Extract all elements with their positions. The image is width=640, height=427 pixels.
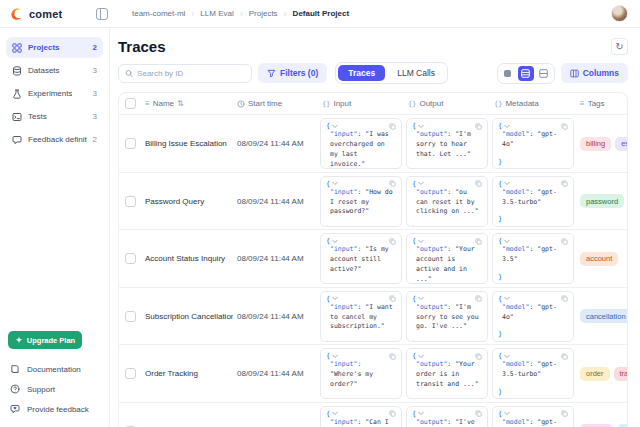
chevron-down-icon[interactable] xyxy=(418,181,424,186)
copy-icon[interactable] xyxy=(475,295,482,302)
chevron-down-icon[interactable] xyxy=(332,239,338,244)
chevron-down-icon[interactable] xyxy=(332,411,338,416)
output-json-cell[interactable]: { "output": "I've submitted your refund … xyxy=(406,406,488,427)
chevron-down-icon[interactable] xyxy=(504,296,510,301)
sidebar-item-provide-feedback[interactable]: Provide feedback xyxy=(6,399,103,419)
table-row[interactable]: Subscription Cancellation 08/09/24 11:44… xyxy=(119,288,628,346)
tag-pill[interactable]: cancellation xyxy=(580,309,628,323)
tag-pill[interactable]: password xyxy=(580,194,624,208)
copy-icon[interactable] xyxy=(475,123,482,130)
chevron-down-icon[interactable] xyxy=(504,354,510,359)
chevron-down-icon[interactable] xyxy=(418,239,424,244)
output-json-cell[interactable]: { "output": "I'm sorry to see you go. I'… xyxy=(406,291,488,342)
trace-name[interactable]: Account Status Inquiry xyxy=(141,254,233,263)
copy-icon[interactable] xyxy=(561,238,568,245)
copy-icon[interactable] xyxy=(389,295,396,302)
tag-pill[interactable]: billing xyxy=(580,137,611,151)
chevron-down-icon[interactable] xyxy=(504,411,510,416)
column-header-output[interactable]: {}Output xyxy=(404,99,490,108)
copy-icon[interactable] xyxy=(475,180,482,187)
copy-icon[interactable] xyxy=(561,295,568,302)
table-row[interactable]: Billing Issue Escalation 08/09/24 11:44 … xyxy=(119,115,628,173)
copy-icon[interactable] xyxy=(561,353,568,360)
density-default-button[interactable] xyxy=(518,66,534,81)
metadata-json-cell[interactable]: { "model": "gpt-3.5-turbo" } xyxy=(492,348,574,399)
input-json-cell[interactable]: { "input": "Where's my order?" } xyxy=(320,348,402,399)
sidebar-toggle-icon[interactable] xyxy=(96,8,108,20)
row-checkbox[interactable] xyxy=(125,196,136,207)
column-header-start-time[interactable]: Start time xyxy=(233,99,318,108)
output-json-cell[interactable]: { "output": "I'm sorry to hear that. Let… xyxy=(406,118,488,169)
input-json-cell[interactable]: { "input": "How do I reset my password?"… xyxy=(320,176,402,227)
sidebar-item-feedback-definitions[interactable]: Feedback definitions 2 xyxy=(6,129,103,150)
column-header-name[interactable]: ≡Name⇅ xyxy=(141,99,233,108)
copy-icon[interactable] xyxy=(561,123,568,130)
row-checkbox[interactable] xyxy=(125,253,136,264)
tab-llm-calls[interactable]: LLM Calls xyxy=(387,65,445,81)
search-box[interactable] xyxy=(118,64,252,83)
output-json-cell[interactable]: { "output": "ou can reset it by clicking… xyxy=(406,176,488,227)
chevron-down-icon[interactable] xyxy=(504,239,510,244)
metadata-json-cell[interactable]: { "model": "gpt-4o" } xyxy=(492,118,574,169)
comet-logo[interactable]: comet xyxy=(10,7,80,21)
columns-button[interactable]: Columns xyxy=(561,63,628,83)
chevron-down-icon[interactable] xyxy=(418,124,424,129)
input-json-cell[interactable]: { "input": "I was overcharged on my last… xyxy=(320,118,402,169)
copy-icon[interactable] xyxy=(561,410,568,417)
input-json-cell[interactable]: { "input": "I want to cancel my subscrip… xyxy=(320,291,402,342)
chevron-down-icon[interactable] xyxy=(332,354,338,359)
copy-icon[interactable] xyxy=(389,238,396,245)
copy-icon[interactable] xyxy=(475,238,482,245)
output-json-cell[interactable]: { "output": "Your account is active and … xyxy=(406,233,488,284)
metadata-json-cell[interactable]: { "model": "gpt-4o" } xyxy=(492,291,574,342)
copy-icon[interactable] xyxy=(561,180,568,187)
breadcrumb-item[interactable]: Projects xyxy=(249,9,278,18)
chevron-down-icon[interactable] xyxy=(332,124,338,129)
density-compact-button[interactable] xyxy=(500,66,516,81)
sidebar-item-support[interactable]: Support xyxy=(6,379,103,399)
tag-pill[interactable]: order xyxy=(580,367,610,381)
tag-pill[interactable]: escalation xyxy=(615,137,628,151)
chevron-down-icon[interactable] xyxy=(418,411,424,416)
row-checkbox[interactable] xyxy=(125,311,136,322)
sidebar-item-datasets[interactable]: Datasets 3 xyxy=(6,60,103,81)
sidebar-item-documentation[interactable]: Documentation xyxy=(6,359,103,379)
copy-icon[interactable] xyxy=(389,353,396,360)
input-json-cell[interactable]: { "input": "Can I get a refund for my la… xyxy=(320,406,402,427)
upgrade-plan-button[interactable]: Upgrade Plan xyxy=(8,331,82,349)
table-row[interactable]: Password Query 08/09/24 11:44 AM { "inpu… xyxy=(119,173,628,231)
chevron-down-icon[interactable] xyxy=(332,296,338,301)
column-header-metadata[interactable]: {}Metadata xyxy=(490,99,576,108)
search-input[interactable] xyxy=(137,69,245,78)
row-checkbox[interactable] xyxy=(125,138,136,149)
chevron-down-icon[interactable] xyxy=(418,354,424,359)
sidebar-item-projects[interactable]: Projects 2 xyxy=(6,37,103,58)
breadcrumb-item[interactable]: team-comet-ml xyxy=(132,9,185,18)
density-expanded-button[interactable] xyxy=(536,66,552,81)
table-row[interactable]: Account Status Inquiry 08/09/24 11:44 AM… xyxy=(119,230,628,288)
user-avatar[interactable] xyxy=(611,5,628,22)
sidebar-item-experiments[interactable]: Experiments 3 xyxy=(6,83,103,104)
metadata-json-cell[interactable]: { "model": "gpt-3.5" } xyxy=(492,406,574,427)
copy-icon[interactable] xyxy=(389,180,396,187)
sort-icon[interactable]: ⇅ xyxy=(177,99,184,108)
tag-pill[interactable]: tracking xyxy=(614,367,628,381)
chevron-down-icon[interactable] xyxy=(504,181,510,186)
table-row[interactable]: Order Tracking 08/09/24 11:44 AM { "inpu… xyxy=(119,345,628,403)
tab-traces[interactable]: Traces xyxy=(338,65,385,81)
trace-name[interactable]: Order Tracking xyxy=(141,369,233,378)
copy-icon[interactable] xyxy=(475,353,482,360)
metadata-json-cell[interactable]: { "model": "gpt-3.5-turbo" } xyxy=(492,176,574,227)
trace-name[interactable]: Billing Issue Escalation xyxy=(141,139,233,148)
refresh-button[interactable]: ↻ xyxy=(611,38,628,55)
input-json-cell[interactable]: { "input": "Is my account still active?"… xyxy=(320,233,402,284)
select-all-checkbox[interactable] xyxy=(125,98,136,109)
row-checkbox[interactable] xyxy=(125,368,136,379)
chevron-down-icon[interactable] xyxy=(504,124,510,129)
output-json-cell[interactable]: { "output": "Your order is in transit an… xyxy=(406,348,488,399)
copy-icon[interactable] xyxy=(389,123,396,130)
trace-name[interactable]: Password Query xyxy=(141,197,233,206)
filters-button[interactable]: Filters (0) xyxy=(258,63,327,83)
breadcrumb-item[interactable]: LLM Eval xyxy=(200,9,233,18)
metadata-json-cell[interactable]: { "model": "gpt-3.5" } xyxy=(492,233,574,284)
